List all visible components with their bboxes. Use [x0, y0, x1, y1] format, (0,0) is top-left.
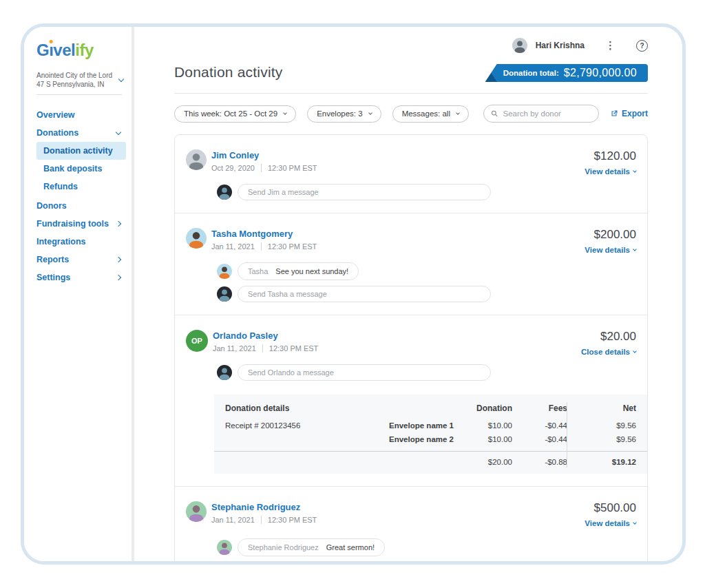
reply-avatar [217, 185, 232, 200]
send-message-input[interactable] [238, 286, 491, 302]
divider [36, 94, 122, 95]
user-avatar[interactable] [512, 38, 527, 53]
donation-date: Jan 11, 2021 [211, 242, 255, 251]
main-content: Hari Krishna ⋮ ? Donation activity Donat… [134, 27, 682, 561]
sidebar-item-donation-activity[interactable]: Donation activity [36, 142, 126, 160]
message-bubble: Tasha See you next sunday! [238, 262, 359, 280]
chevron-down-icon [116, 129, 121, 134]
message-sender: Stephanie Rodriguez [248, 543, 319, 552]
export-icon [610, 109, 618, 118]
org-name: Anointed City of the Lord [36, 71, 112, 80]
search-box [483, 105, 599, 123]
donation-list: Jim Conley Oct 29, 2020 12:30 PM EST $12… [174, 134, 648, 561]
page-header: Donation activity Donation total: $2,790… [174, 59, 648, 94]
donation-entry: Jim Conley Oct 29, 2020 12:30 PM EST $12… [175, 135, 647, 213]
table-total-row: $20.00 -$0.88 $19.12 [225, 452, 636, 466]
sidebar: Gıvelify Anointed City of the Lord 47 S … [24, 27, 131, 561]
donor-avatar[interactable] [186, 501, 207, 522]
column-header: Donation [454, 403, 512, 419]
view-details-link[interactable]: View details [585, 246, 636, 254]
chevron-right-icon [116, 275, 121, 280]
givelify-logo: Gıvelify [36, 41, 131, 60]
organization-selector[interactable]: Anointed City of the Lord 47 S Pennsylva… [36, 71, 131, 95]
sidebar-item-integrations[interactable]: Integrations [36, 233, 126, 251]
view-details-link[interactable]: View details [585, 167, 636, 176]
chevron-right-icon [116, 257, 121, 262]
sidebar-item-bank-deposits[interactable]: Bank deposits [36, 160, 126, 178]
donation-date: Jan 11, 2021 [211, 516, 255, 524]
sidebar-item-reports[interactable]: Reports [36, 251, 126, 269]
donation-date: Oct 29, 2020 [211, 164, 255, 172]
donation-date: Jan 11, 2021 [213, 344, 256, 353]
message-sender: Tasha [248, 267, 268, 275]
view-details-link[interactable]: View details [585, 519, 636, 527]
message-bubble: Stephanie Rodriguez Great sermon! [238, 538, 385, 556]
table-row: Envelope name 2 $10.00 -$0.44 $9.56 [225, 432, 636, 446]
message-text: Great sermon! [326, 543, 375, 552]
donation-total-ribbon: Donation total: $2,790,000.00 [485, 64, 648, 82]
chevron-down-icon [633, 247, 637, 251]
donor-name-link[interactable]: Orlando Pasley [213, 330, 581, 341]
message-avatar [217, 540, 232, 555]
sidebar-item-settings[interactable]: Settings [36, 269, 126, 286]
donor-avatar[interactable] [186, 149, 207, 170]
message-avatar [217, 264, 232, 279]
chevron-down-icon [633, 349, 637, 353]
kebab-menu-icon[interactable]: ⋮ [600, 39, 621, 52]
search-input[interactable] [503, 109, 591, 118]
donation-total-value: $2,790,000.00 [564, 67, 637, 79]
donation-entry: Tasha Montgomery Jan 11, 2021 12:30 PM E… [175, 213, 647, 315]
column-header: Net [567, 403, 636, 419]
reply-avatar [217, 365, 232, 380]
sidebar-item-refunds[interactable]: Refunds [36, 178, 126, 196]
sidebar-item-fundraising-tools[interactable]: Fundraising tools [36, 215, 126, 233]
chevron-down-icon [633, 169, 637, 173]
filter-bar: This week: Oct 25 - Oct 29 Envelopes: 3 … [174, 105, 648, 123]
org-address: 47 S Pennsylvania, IN [36, 80, 112, 89]
donor-name-link[interactable]: Stephanie Rodriguez [211, 502, 585, 512]
messages-filter[interactable]: Messages: all [392, 105, 469, 123]
column-header: Fees [512, 403, 567, 419]
donation-time: 12:30 PM EST [269, 344, 319, 353]
donation-entry: Stephanie Rodriguez Jan 11, 2021 12:30 P… [175, 486, 647, 561]
donation-amount: $20.00 [581, 330, 636, 344]
avatar-initials: OP [191, 337, 202, 345]
sidebar-item-donations[interactable]: Donations [36, 124, 126, 142]
user-name: Hari Krishna [536, 41, 585, 50]
app-window: Gıvelify Anointed City of the Lord 47 S … [21, 23, 686, 565]
sidebar-item-donors[interactable]: Donors [36, 197, 126, 215]
donor-name-link[interactable]: Tasha Montgomery [211, 229, 585, 239]
donor-name-link[interactable]: Jim Conley [211, 150, 585, 160]
envelopes-filter[interactable]: Envelopes: 3 [307, 105, 381, 123]
close-details-link[interactable]: Close details [581, 348, 636, 356]
donor-avatar[interactable] [186, 228, 207, 249]
help-icon[interactable]: ? [636, 40, 648, 52]
sidebar-item-overview[interactable]: Overview [36, 106, 126, 124]
chevron-down-icon [368, 111, 372, 115]
donation-amount: $120.00 [585, 149, 636, 163]
topbar: Hari Krishna ⋮ ? [174, 27, 648, 59]
details-title: Donation details [225, 403, 344, 419]
donation-details-table: Donation details Donation Fees Net Recei… [214, 395, 647, 474]
send-message-input[interactable] [238, 364, 491, 381]
donation-amount: $200.00 [585, 228, 636, 242]
message-text: See you next sunday! [275, 267, 348, 275]
donation-total-label: Donation total: [503, 69, 559, 77]
donation-time: 12:30 PM EST [268, 242, 317, 251]
search-icon [491, 109, 498, 118]
donation-time: 12:30 PM EST [268, 516, 317, 524]
send-message-input[interactable] [238, 184, 491, 200]
donor-avatar[interactable]: OP [186, 330, 208, 352]
chevron-right-icon [116, 221, 121, 227]
receipt-number: Receipt # 200123456 [225, 419, 344, 432]
date-range-filter[interactable]: This week: Oct 25 - Oct 29 [174, 105, 296, 123]
table-row: Receipt # 200123456 Envelope name 1 $10.… [225, 419, 636, 432]
donation-time: 12:30 PM EST [268, 164, 317, 172]
chevron-down-icon [633, 521, 637, 525]
chevron-down-icon [118, 76, 124, 81]
chevron-down-icon [283, 111, 287, 115]
page-title: Donation activity [174, 64, 282, 81]
donation-entry: OP Orlando Pasley Jan 11, 2021 12:30 PM … [175, 315, 647, 486]
export-button[interactable]: Export [610, 109, 648, 118]
reply-avatar [217, 286, 232, 302]
